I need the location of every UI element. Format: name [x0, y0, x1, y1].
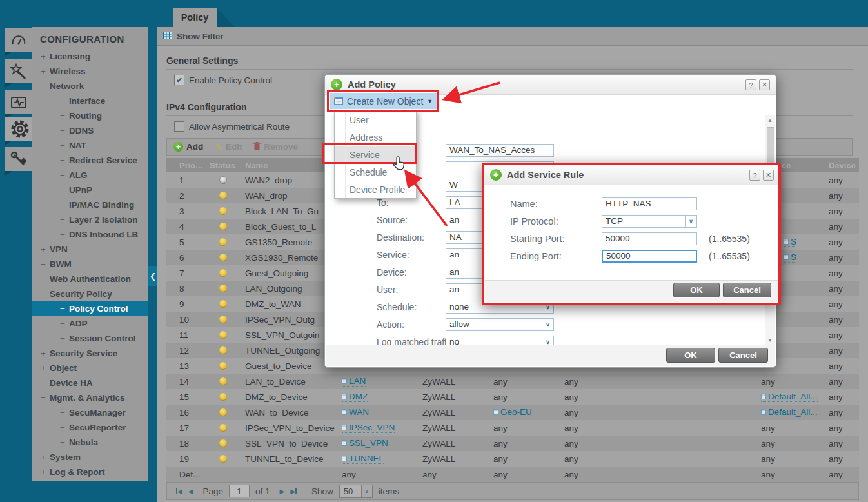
field-input[interactable]: allow [446, 318, 542, 331]
previous-page-button[interactable]: ◀ [188, 488, 193, 495]
table-default-row[interactable]: Def... any any any any any any [166, 467, 859, 482]
sidebar-item[interactable]: − Session Control [32, 331, 148, 346]
table-row[interactable]: 15 DMZ_to_Device DMZ ZyWALL any any Defa… [166, 389, 859, 405]
menu-item[interactable]: Schedule [335, 163, 416, 181]
sidebar-item[interactable]: − Security Policy [32, 286, 148, 301]
status-bulb-icon[interactable] [219, 254, 227, 261]
first-page-button[interactable]: ◀ [176, 488, 182, 495]
sidebar-item[interactable]: − Policy Control [32, 301, 148, 316]
status-bulb-icon[interactable] [219, 424, 227, 432]
sidebar-item[interactable]: − UPnP [32, 183, 148, 197]
status-bulb-icon[interactable] [219, 176, 227, 184]
ok-button[interactable]: OK [666, 348, 715, 363]
status-bulb-icon[interactable] [219, 223, 227, 230]
scroll-down-icon[interactable]: ▼ [767, 337, 773, 343]
sidebar-item[interactable]: − NAT [32, 138, 148, 153]
sidebar-item[interactable]: − Mgmt. & Analytics [32, 390, 148, 405]
sidebar-item[interactable]: + Wireless [32, 64, 148, 79]
status-bulb-icon[interactable] [219, 331, 227, 339]
status-bulb-icon[interactable] [219, 238, 227, 246]
sidebar-item[interactable]: − Redirect Service [32, 153, 148, 168]
status-bulb-icon[interactable] [219, 346, 227, 354]
sidebar-item[interactable]: + Licensing [32, 49, 148, 64]
page-number-input[interactable]: 1 [229, 485, 250, 497]
show-filter-bar[interactable]: Show Filter [157, 27, 868, 46]
field-input[interactable]: HTTP_NAS [602, 197, 697, 210]
scroll-up-icon[interactable]: ▲ [767, 117, 773, 123]
header-status[interactable]: Status [205, 161, 241, 170]
allow-asymmetrical-route-checkbox[interactable] [174, 121, 184, 132]
status-bulb-icon[interactable] [219, 408, 227, 416]
help-button[interactable]: ? [749, 170, 760, 181]
chevron-down-icon[interactable]: ∨ [542, 318, 554, 331]
status-bulb-icon[interactable] [219, 439, 227, 447]
edit-button[interactable]: ✎ Edit [215, 142, 242, 152]
sidebar-item[interactable]: − Layer 2 Isolation [32, 212, 148, 227]
field-input[interactable]: WAN_To_NAS_Acces [446, 144, 554, 157]
sidebar-item[interactable]: − Device HA [32, 376, 148, 390]
sidebar-item[interactable]: − DNS Inbound LB [32, 227, 148, 242]
sidebar-item[interactable]: − ADP [32, 316, 148, 331]
cancel-button[interactable]: Cancel [718, 348, 768, 363]
menu-item[interactable]: Address [335, 128, 416, 146]
nav-tile-maintenance[interactable] [5, 147, 32, 171]
sidebar-item[interactable]: − Web Authentication [32, 272, 148, 286]
sidebar-item[interactable]: − Interface [32, 94, 148, 108]
sidebar-item[interactable]: + System [32, 450, 148, 465]
sidebar-item[interactable]: − ALG [32, 168, 148, 183]
sidebar-item[interactable]: + Object [32, 361, 148, 376]
table-row[interactable]: 19 TUNNEL_to_Device TUNNEL ZyWALL any an… [166, 451, 859, 467]
ok-button[interactable]: OK [673, 283, 720, 297]
status-bulb-icon[interactable] [219, 300, 227, 308]
header-device[interactable]: Device [824, 161, 859, 170]
sidebar-item[interactable]: − Routing [32, 108, 148, 123]
add-button[interactable]: + Add [173, 142, 203, 152]
table-row[interactable]: 18 SSL_VPN_to_Device SSL_VPN ZyWALL any … [166, 436, 859, 451]
sidebar-item[interactable]: + Security Service [32, 346, 148, 361]
header-name[interactable]: Name [241, 161, 337, 170]
sidebar-item[interactable]: − BWM [32, 257, 148, 272]
status-bulb-icon[interactable] [219, 393, 227, 401]
menu-item[interactable]: Service [335, 146, 416, 163]
chevron-down-icon[interactable]: ∨ [686, 215, 697, 228]
sidebar-item[interactable]: + Log & Report [32, 465, 148, 479]
sidebar-item[interactable]: − IP/MAC Binding [32, 197, 148, 212]
field-input[interactable]: 50000 [602, 250, 697, 263]
sidebar-item[interactable]: − Network [32, 79, 148, 94]
create-new-object-button[interactable]: Create New Object ▼ [330, 93, 437, 109]
help-button[interactable]: ? [745, 79, 756, 90]
sidebar-collapse-button[interactable]: ❮ [148, 266, 157, 286]
status-bulb-icon[interactable] [219, 455, 227, 463]
enable-policy-control-checkbox[interactable]: ✔ [174, 75, 184, 85]
page-size-select[interactable]: 50 ∨ [339, 485, 373, 498]
nav-tile-wizard[interactable] [5, 59, 32, 83]
menu-item[interactable]: User [335, 111, 416, 128]
sidebar-item[interactable]: − SecuManager [32, 405, 148, 420]
next-page-button[interactable]: ▶ [279, 488, 284, 495]
sidebar-item[interactable]: − Nebula [32, 435, 148, 450]
table-row[interactable]: 16 WAN_to_Device WAN ZyWALL Geo-EU any D… [166, 405, 859, 420]
status-bulb-icon[interactable] [219, 377, 227, 385]
status-bulb-icon[interactable] [219, 207, 227, 215]
last-page-button[interactable]: ▶ [290, 488, 297, 495]
nav-tile-monitor[interactable] [5, 90, 32, 114]
status-bulb-icon[interactable] [219, 316, 227, 323]
field-input[interactable]: TCP [602, 215, 686, 228]
sidebar-item[interactable]: − SecuReporter [32, 420, 148, 435]
header-priority[interactable]: Prio... [166, 161, 205, 170]
table-row[interactable]: 17 IPSec_VPN_to_Device IPSec_VPN ZyWALL … [166, 420, 859, 436]
nav-tile-dashboard[interactable] [5, 28, 32, 52]
sidebar-item[interactable]: − DDNS [32, 123, 148, 138]
remove-button[interactable]: Remove [253, 142, 298, 152]
close-icon[interactable]: ✕ [763, 170, 774, 181]
status-bulb-icon[interactable] [219, 269, 227, 277]
cancel-button[interactable]: Cancel [723, 283, 771, 297]
status-bulb-icon[interactable] [219, 285, 227, 292]
menu-item[interactable]: Device Profile [335, 181, 416, 198]
status-bulb-icon[interactable] [219, 192, 227, 199]
tab-policy[interactable]: Policy [173, 8, 217, 27]
field-input[interactable]: 50000 [602, 232, 697, 245]
sidebar-item[interactable]: + VPN [32, 242, 148, 257]
table-row[interactable]: 14 LAN_to_Device LAN ZyWALL any any any … [166, 374, 859, 389]
close-icon[interactable]: ✕ [759, 79, 770, 90]
